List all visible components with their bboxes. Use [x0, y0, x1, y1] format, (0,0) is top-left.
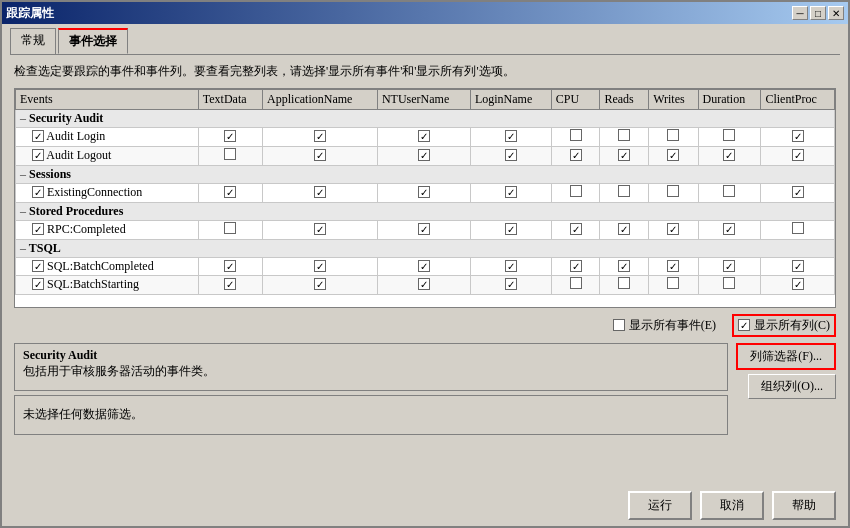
col-checkbox[interactable]	[314, 130, 326, 142]
window-title: 跟踪属性	[6, 5, 54, 22]
event-checkbox[interactable]	[32, 260, 44, 272]
event-checkbox[interactable]	[32, 130, 44, 142]
col-checkbox[interactable]	[618, 260, 630, 272]
col-checkbox[interactable]	[618, 277, 630, 289]
col-checkbox[interactable]	[314, 149, 326, 161]
events-table-container[interactable]: Events TextData ApplicationName NTUserNa…	[14, 88, 836, 308]
col-checkbox[interactable]	[792, 278, 804, 290]
col-checkbox[interactable]	[723, 185, 735, 197]
col-checkbox[interactable]	[418, 260, 430, 272]
col-checkbox[interactable]	[570, 129, 582, 141]
col-checkbox[interactable]	[618, 185, 630, 197]
col-checkbox[interactable]	[667, 260, 679, 272]
col-checkbox[interactable]	[418, 149, 430, 161]
table-row[interactable]: Audit Login	[16, 127, 835, 146]
col-checkbox[interactable]	[418, 130, 430, 142]
col-checkbox[interactable]	[570, 185, 582, 197]
col-checkbox[interactable]	[418, 186, 430, 198]
col-checkbox[interactable]	[505, 278, 517, 290]
main-window: 跟踪属性 ─ □ ✕ 常规 事件选择 检查选定要跟踪的事件和事件列。要查看完整列…	[0, 0, 850, 528]
cancel-button[interactable]: 取消	[700, 491, 764, 520]
col-checkbox[interactable]	[224, 222, 236, 234]
close-button[interactable]: ✕	[828, 6, 844, 20]
col-checkbox[interactable]	[224, 130, 236, 142]
col-checkbox[interactable]	[418, 278, 430, 290]
col-checkbox[interactable]	[418, 223, 430, 235]
col-checkbox[interactable]	[792, 130, 804, 142]
events-table: Events TextData ApplicationName NTUserNa…	[15, 89, 835, 295]
col-duration: Duration	[698, 89, 761, 109]
col-checkbox[interactable]	[314, 223, 326, 235]
event-info-desc: 包括用于审核服务器活动的事件类。	[23, 363, 719, 380]
filter-text: 未选择任何数据筛选。	[23, 406, 143, 423]
col-checkbox[interactable]	[667, 185, 679, 197]
col-checkbox[interactable]	[224, 186, 236, 198]
col-ntusername: NTUserName	[377, 89, 470, 109]
table-row[interactable]: SQL:BatchCompleted	[16, 257, 835, 275]
col-checkbox[interactable]	[570, 277, 582, 289]
col-checkbox[interactable]	[618, 129, 630, 141]
col-checkbox[interactable]	[505, 223, 517, 235]
col-checkbox[interactable]	[723, 149, 735, 161]
col-checkbox[interactable]	[667, 277, 679, 289]
show-all-columns-checkbox[interactable]: 显示所有列(C)	[732, 314, 836, 337]
table-row[interactable]: Audit Logout	[16, 146, 835, 165]
show-all-columns-cb-icon	[738, 319, 750, 331]
col-checkbox[interactable]	[723, 277, 735, 289]
show-all-columns-label: 显示所有列(C)	[754, 317, 830, 334]
table-row[interactable]: RPC:Completed	[16, 220, 835, 239]
table-row[interactable]: ExistingConnection	[16, 183, 835, 202]
organize-columns-button[interactable]: 组织列(O)...	[748, 374, 836, 399]
description-text: 检查选定要跟踪的事件和事件列。要查看完整列表，请选择'显示所有事件'和'显示所有…	[14, 63, 836, 80]
column-filter-button[interactable]: 列筛选器(F)...	[736, 343, 836, 370]
col-checkbox[interactable]	[505, 149, 517, 161]
table-group-row: – Stored Procedures	[16, 202, 835, 220]
show-all-events-checkbox[interactable]: 显示所有事件(E)	[613, 317, 716, 334]
col-checkbox[interactable]	[618, 149, 630, 161]
table-row[interactable]: SQL:BatchStarting	[16, 275, 835, 294]
col-checkbox[interactable]	[792, 260, 804, 272]
col-checkbox[interactable]	[792, 186, 804, 198]
event-checkbox[interactable]	[32, 149, 44, 161]
col-checkbox[interactable]	[505, 130, 517, 142]
col-checkbox[interactable]	[723, 129, 735, 141]
col-checkbox[interactable]	[224, 148, 236, 160]
col-checkbox[interactable]	[667, 129, 679, 141]
event-checkbox[interactable]	[32, 278, 44, 290]
tab-events[interactable]: 事件选择	[58, 28, 128, 54]
col-checkbox[interactable]	[224, 260, 236, 272]
table-group-row: – TSQL	[16, 239, 835, 257]
col-checkbox[interactable]	[505, 186, 517, 198]
col-checkbox[interactable]	[723, 223, 735, 235]
title-bar: 跟踪属性 ─ □ ✕	[2, 2, 848, 24]
col-checkbox[interactable]	[505, 260, 517, 272]
minimize-button[interactable]: ─	[792, 6, 808, 20]
col-checkbox[interactable]	[618, 223, 630, 235]
col-checkbox[interactable]	[570, 260, 582, 272]
col-appname: ApplicationName	[263, 89, 378, 109]
right-buttons: 列筛选器(F)... 组织列(O)...	[736, 343, 836, 435]
help-button[interactable]: 帮助	[772, 491, 836, 520]
col-checkbox[interactable]	[792, 149, 804, 161]
col-checkbox[interactable]	[224, 278, 236, 290]
event-checkbox[interactable]	[32, 223, 44, 235]
event-checkbox[interactable]	[32, 186, 44, 198]
col-checkbox[interactable]	[667, 149, 679, 161]
col-loginname: LoginName	[470, 89, 551, 109]
col-checkbox[interactable]	[314, 186, 326, 198]
col-checkbox[interactable]	[723, 260, 735, 272]
col-writes: Writes	[649, 89, 698, 109]
event-info-title: Security Audit	[23, 348, 719, 363]
tab-general[interactable]: 常规	[10, 28, 56, 54]
col-checkbox[interactable]	[314, 278, 326, 290]
col-events: Events	[16, 89, 199, 109]
col-checkbox[interactable]	[570, 149, 582, 161]
col-checkbox[interactable]	[792, 222, 804, 234]
run-button[interactable]: 运行	[628, 491, 692, 520]
col-checkbox[interactable]	[314, 260, 326, 272]
col-checkbox[interactable]	[570, 223, 582, 235]
show-all-events-cb-icon	[613, 319, 625, 331]
maximize-button[interactable]: □	[810, 6, 826, 20]
col-checkbox[interactable]	[667, 223, 679, 235]
col-clientproc: ClientProc	[761, 89, 835, 109]
